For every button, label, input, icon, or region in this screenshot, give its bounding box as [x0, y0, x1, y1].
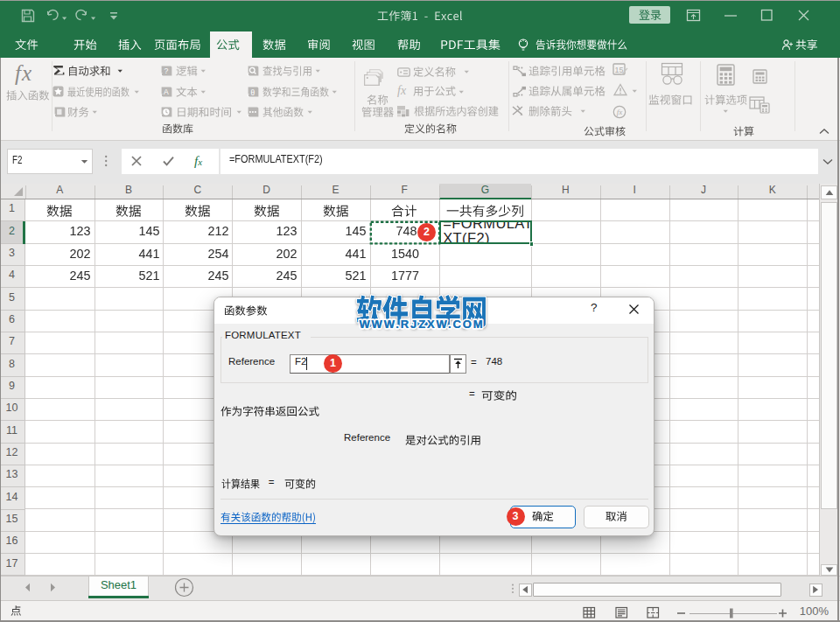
svg-text:θ: θ	[251, 87, 256, 97]
svg-text:A: A	[164, 87, 169, 96]
svg-text:fx: fx	[617, 108, 623, 116]
svg-text:15: 15	[614, 66, 623, 74]
svg-text:?: ?	[164, 66, 168, 75]
svg-text:WWW.RJZXW.COM: WWW.RJZXW.COM	[359, 318, 484, 331]
